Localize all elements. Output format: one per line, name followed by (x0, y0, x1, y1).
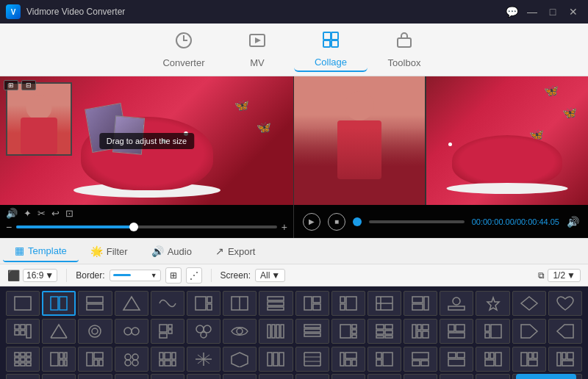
template-62[interactable] (476, 374, 509, 379)
nav-collage[interactable]: Collage (294, 28, 368, 72)
template-29[interactable] (440, 319, 473, 344)
template-11[interactable] (368, 291, 401, 316)
close-button[interactable]: ✕ (564, 4, 582, 19)
template-50[interactable] (42, 374, 76, 379)
border-slider[interactable]: ▼ (110, 270, 161, 281)
template-32[interactable] (548, 319, 582, 344)
template-36[interactable] (115, 347, 148, 372)
template-43[interactable] (368, 347, 401, 372)
grid-icon-btn-2[interactable]: ⋰ (186, 267, 202, 284)
template-37[interactable] (151, 347, 184, 372)
template-48[interactable] (548, 347, 582, 372)
template-46[interactable] (476, 347, 509, 372)
template-31[interactable] (512, 319, 546, 344)
play-button[interactable]: ▶ (303, 213, 320, 231)
template-15[interactable] (512, 291, 546, 316)
template-21[interactable] (151, 319, 184, 344)
template-59[interactable] (368, 374, 401, 379)
template-7[interactable] (223, 291, 257, 316)
template-23[interactable] (223, 319, 257, 344)
template-30[interactable] (476, 319, 509, 344)
template-5[interactable] (151, 291, 184, 316)
template-52[interactable] (115, 374, 148, 379)
template-28[interactable] (404, 319, 437, 344)
template-6[interactable] (187, 291, 220, 316)
template-61[interactable] (440, 374, 473, 379)
template-34[interactable] (42, 347, 76, 372)
svg-rect-47 (168, 330, 172, 333)
nav-converter[interactable]: Converter (147, 28, 220, 72)
template-56[interactable] (259, 374, 293, 379)
maximize-button[interactable]: □ (544, 4, 562, 19)
template-22[interactable] (187, 319, 220, 344)
right-progress-track[interactable] (369, 220, 465, 223)
tab-template[interactable]: ▦ Template (3, 240, 79, 262)
progress-minus[interactable]: − (6, 221, 12, 233)
template-8[interactable] (259, 291, 293, 316)
template-53[interactable] (151, 374, 184, 379)
template-47[interactable] (512, 347, 546, 372)
template-49[interactable] (6, 374, 40, 379)
template-39[interactable] (223, 347, 257, 372)
progress-track[interactable] (16, 225, 277, 228)
svg-rect-98 (94, 360, 98, 366)
template-40[interactable] (259, 347, 293, 372)
template-grid (0, 286, 588, 379)
template-27[interactable] (368, 319, 401, 344)
volume-control[interactable]: 🔊 (6, 208, 18, 219)
stop-button[interactable]: ■ (328, 213, 345, 231)
template-57[interactable] (295, 374, 329, 379)
tab-audio[interactable]: 🔊 Audio (140, 241, 204, 261)
template-26[interactable] (331, 319, 365, 344)
template-44[interactable] (404, 347, 437, 372)
template-51[interactable] (78, 374, 112, 379)
template-14[interactable] (476, 291, 509, 316)
template-41[interactable] (295, 347, 329, 372)
nav-mv[interactable]: MV (220, 28, 294, 72)
template-4[interactable] (115, 291, 148, 316)
tab-filter[interactable]: 🌟 Filter (79, 241, 140, 261)
grid-icon-btn-1[interactable]: ⊞ (165, 267, 182, 284)
right-volume-icon[interactable]: 🔊 (567, 216, 579, 228)
sparkle-icon[interactable]: ✦ (24, 208, 32, 219)
template-10[interactable] (331, 291, 365, 316)
template-17[interactable] (6, 319, 40, 344)
template-18[interactable] (42, 319, 76, 344)
template-38[interactable] (187, 347, 220, 372)
template-19[interactable] (78, 319, 112, 344)
template-35[interactable] (78, 347, 112, 372)
template-24[interactable] (259, 319, 293, 344)
ratio-dropdown[interactable]: 16:9 ▼ (23, 269, 57, 282)
page-display[interactable]: 1/2 ▼ (548, 269, 581, 282)
tab-export-tab[interactable]: ↗ Export (204, 241, 268, 261)
export-button[interactable]: Export (516, 374, 576, 379)
progress-plus[interactable]: + (282, 221, 287, 233)
template-12[interactable] (404, 291, 437, 316)
chat-button[interactable]: 💬 (503, 4, 520, 19)
template-25[interactable] (295, 319, 329, 344)
template-60[interactable] (404, 374, 437, 379)
template-55[interactable] (223, 374, 257, 379)
thumbnail-video[interactable] (6, 82, 72, 156)
template-1[interactable] (6, 291, 40, 316)
template-16[interactable] (548, 291, 582, 316)
undo-icon[interactable]: ↩ (51, 208, 60, 219)
template-13[interactable] (440, 291, 473, 316)
template-9[interactable] (295, 291, 329, 316)
screen-dropdown[interactable]: All ▼ (255, 269, 285, 282)
copy-icon[interactable]: ⊡ (65, 208, 74, 219)
svg-rect-131 (485, 360, 494, 366)
template-33[interactable] (6, 347, 40, 372)
template-58[interactable] (331, 374, 365, 379)
svg-point-43 (124, 328, 132, 335)
template-54[interactable] (187, 374, 220, 379)
template-3[interactable] (78, 291, 112, 316)
template-42[interactable] (331, 347, 365, 372)
template-20[interactable] (115, 319, 148, 344)
right-plate (447, 183, 568, 194)
minimize-button[interactable]: — (523, 4, 541, 19)
template-45[interactable] (440, 347, 473, 372)
nav-toolbox[interactable]: Toolbox (368, 28, 441, 72)
template-2[interactable] (42, 291, 76, 316)
scissors-icon[interactable]: ✂ (37, 208, 46, 219)
